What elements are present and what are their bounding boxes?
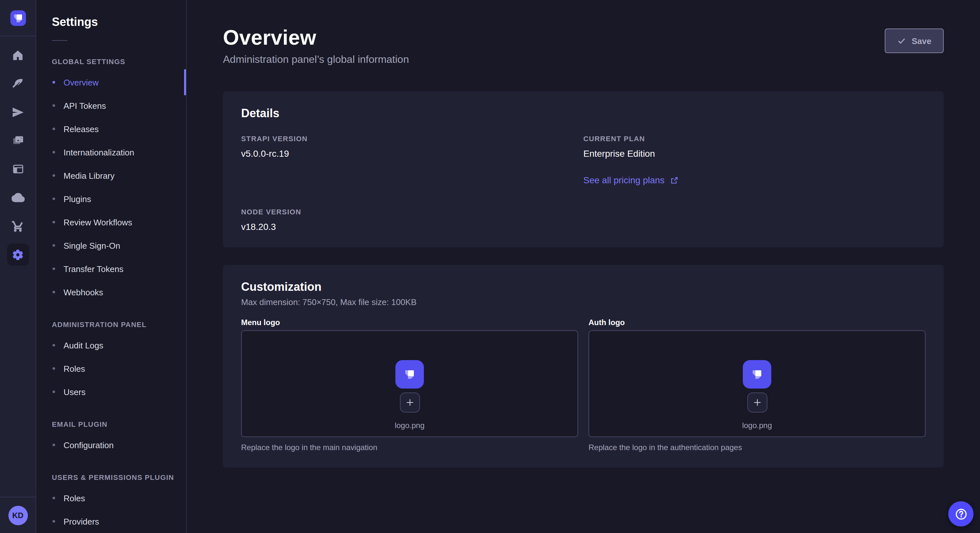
section-label: GLOBAL SETTINGS [36,58,186,65]
subnav-item-api-tokens[interactable]: API Tokens [36,94,186,117]
bullet-dot-icon [52,81,55,84]
menu-logo-add-button[interactable] [399,392,420,412]
bullet-dot-icon [52,221,55,224]
subnav-item-providers[interactable]: Providers [36,510,186,533]
strapi-logo-icon [749,366,765,383]
home-icon [12,49,24,61]
subnav-title: Settings [36,16,186,29]
external-link-icon [670,176,679,184]
sidebar-item-releases[interactable] [0,98,36,126]
pricing-plans-link[interactable]: See all pricing plans [583,175,679,185]
page-title: Overview [223,26,409,50]
field-current-plan: CURRENT PLAN Enterprise Edition See all … [583,135,926,186]
bullet-dot-icon [52,390,55,393]
gear-icon [12,248,24,261]
main-content: Overview Administration panel’s global i… [187,0,980,533]
subnav-item-media-library[interactable]: Media Library [36,164,186,187]
upload-label: Menu logo [241,318,578,327]
section-label: USERS & PERMISSIONS PLUGIN [36,473,186,481]
subnav-item-single-sign-on[interactable]: Single Sign-On [36,234,186,257]
plus-icon [405,398,415,408]
cloud-icon [11,191,24,204]
navbar-items [0,36,36,269]
upload-hint: Replace the logo in the authentication p… [589,443,926,452]
page-subtitle: Administration panel’s global informatio… [223,54,409,65]
help-question-icon [954,507,968,521]
sidebar-item-content-type-builder[interactable] [0,155,36,183]
cart-icon [12,220,24,232]
layout-icon [11,163,24,176]
subnav-item-releases[interactable]: Releases [36,117,186,141]
menu-logo-preview [395,360,424,389]
field-label: NODE VERSION [241,208,583,216]
bullet-dot-icon [52,344,55,346]
sidebar-item-settings[interactable] [0,240,36,269]
feather-icon [12,78,24,90]
customization-constraints: Max dimension: 750×750, Max file size: 1… [241,297,926,307]
plus-icon [752,398,762,408]
sidebar-item-marketplace[interactable] [0,212,36,240]
file-name: logo.png [742,421,772,430]
auth-logo-carousel: logo.png [589,330,926,437]
subnav-item-configuration[interactable]: Configuration [36,433,186,457]
bullet-dot-icon [52,198,55,200]
subnav-item-roles[interactable]: Roles [36,357,186,380]
field-label: STRAPI VERSION [241,135,583,143]
settings-subnav: Settings GLOBAL SETTINGS Overview API To… [36,0,187,533]
customization-card: Customization Max dimension: 750×750, Ma… [223,265,944,468]
save-button[interactable]: Save [885,29,944,53]
field-value: Enterprise Edition [583,148,926,159]
file-name: logo.png [395,421,425,430]
subnav-item-up-roles[interactable]: Roles [36,486,186,510]
subnav-item-overview[interactable]: Overview [36,71,186,94]
settings-active-highlight [7,244,29,265]
active-indicator-bar [184,69,186,95]
subnav-item-audit-logs[interactable]: Audit Logs [36,333,186,357]
navbar-logo-zone [0,0,36,36]
bullet-dot-icon [52,268,55,270]
bullet-dot-icon [52,444,55,446]
auth-logo-add-button[interactable] [747,392,767,412]
bullet-dot-icon [52,128,55,130]
sidebar-item-cloud[interactable] [0,183,36,212]
bullet-dot-icon [52,244,55,247]
strapi-logo-icon [10,10,25,25]
subnav-item-plugins[interactable]: Plugins [36,187,186,211]
subnav-item-review-workflows[interactable]: Review Workflows [36,211,186,234]
paper-plane-icon [12,106,24,118]
avatar[interactable]: KD [8,506,27,525]
sidebar-item-media-library[interactable] [0,126,36,155]
strapi-logo[interactable] [10,10,25,25]
auth-logo-preview [743,360,771,389]
auth-logo-field: Auth logo [589,318,926,452]
customization-card-title: Customization [241,281,926,294]
bullet-dot-icon [52,291,55,293]
subnav-item-transfer-tokens[interactable]: Transfer Tokens [36,257,186,281]
sidebar-item-home[interactable] [0,41,36,69]
subnav-item-internationalization[interactable]: Internationalization [36,141,186,164]
subnav-section-email-plugin: EMAIL PLUGIN Configuration [36,420,186,457]
bullet-dot-icon [52,104,55,107]
upload-label: Auth logo [589,318,926,327]
details-card: Details STRAPI VERSION v5.0.0-rc.19 CURR… [223,91,944,247]
subnav-section-users-permissions: USERS & PERMISSIONS PLUGIN Roles Provide… [36,473,186,533]
subnav-section-admin-panel: ADMINISTRATION PANEL Audit Logs Roles Us… [36,320,186,403]
bullet-dot-icon [52,151,55,154]
navbar-user-zone: KD [0,497,36,533]
page-header: Overview Administration panel’s global i… [223,26,944,65]
subnav-item-users[interactable]: Users [36,380,186,403]
sidebar-item-content-manager[interactable] [0,69,36,98]
subnav-item-webhooks[interactable]: Webhooks [36,281,186,304]
bullet-dot-icon [52,174,55,177]
menu-logo-carousel: logo.png [241,330,578,437]
field-node-version: NODE VERSION v18.20.3 [241,208,583,232]
section-label: EMAIL PLUGIN [36,420,186,428]
upload-hint: Replace the logo in the main navigation [241,443,578,452]
field-value: v5.0.0-rc.19 [241,148,583,159]
help-button[interactable] [948,501,974,527]
check-icon [897,36,906,45]
field-strapi-version: STRAPI VERSION v5.0.0-rc.19 [241,135,583,186]
subnav-title-divider [52,40,67,41]
main-navbar: KD [0,0,36,533]
navbar-spacer [0,269,36,497]
